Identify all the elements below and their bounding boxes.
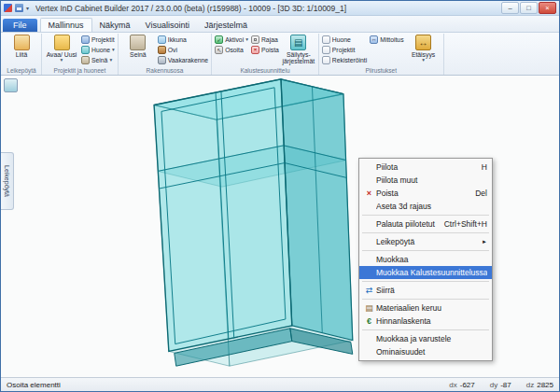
wall-icon xyxy=(81,56,90,64)
ribbon-button-avaa-uusi[interactable]: Avaa/ Uusi ▾ xyxy=(45,35,78,63)
tab-file[interactable]: File xyxy=(3,19,37,32)
drawing-icon xyxy=(322,35,330,44)
storage-icon xyxy=(290,35,306,50)
window-title: Vertex InD Cabinet Builder 2017 / 23.0.0… xyxy=(35,4,498,13)
slab-icon xyxy=(158,56,166,64)
wall-icon xyxy=(130,35,146,50)
ribbon-button-aktivoi[interactable]: Aktivoi ▾ xyxy=(215,35,248,44)
tab-nakyma[interactable]: Näkymä xyxy=(92,19,138,32)
menu-separator xyxy=(362,281,489,282)
titlebar: ▾ Vertex InD Cabinet Builder 2017 / 23.0… xyxy=(1,1,559,16)
door-icon xyxy=(158,46,166,54)
coordinate-dx: dx-627 xyxy=(449,381,474,389)
tab-mallinnus[interactable]: Mallinnus xyxy=(40,18,92,32)
window-icon xyxy=(158,35,166,44)
ribbon-group-projektit-ja-huoneet: Avaa/ Uusi ▾ Projektit Huone ▾ xyxy=(42,34,119,75)
materials-icon xyxy=(362,302,376,314)
dropdown-caret-icon: ▾ xyxy=(422,58,425,63)
ribbon-group-rakennusosa: Seinä Ikkuna Ovi Vaakarakenne xyxy=(119,34,212,75)
ribbon-button-huone[interactable]: Huone ▾ xyxy=(81,45,115,54)
menu-separator xyxy=(362,215,489,216)
ribbon-group-piirustukset: Huone Projektit Rekisteröinti Mittoitus xyxy=(319,34,444,75)
dropdown-caret-icon: ▾ xyxy=(112,48,115,52)
ribbon-button-ovi[interactable]: Ovi xyxy=(158,45,208,54)
ribbon-button-sailytysjarjestelmat[interactable]: Säilytys- järjestelmät xyxy=(282,35,315,64)
minimize-button[interactable]: – xyxy=(501,2,519,14)
ribbon-button-projektit[interactable]: Projektit xyxy=(81,35,115,44)
ribbon-button-vaakarakenne[interactable]: Vaakarakenne xyxy=(158,55,208,64)
ribbon-button-rajaa[interactable]: Rajaa xyxy=(251,35,279,44)
menubar: File Mallinnus Näkymä Visualisointi Järj… xyxy=(1,16,559,33)
projects-icon xyxy=(81,35,90,44)
blank-icon xyxy=(362,267,376,278)
blank-icon xyxy=(362,236,376,247)
blank-icon xyxy=(362,346,376,357)
drawing-icon xyxy=(322,56,330,64)
menu-item-hinnanlaskenta[interactable]: Hinnanlaskenta xyxy=(359,315,492,328)
ribbon-button-seina-pieni[interactable]: Seinä ▾ xyxy=(81,55,115,64)
ribbon-group-kalustesuunnittelu: Aktivoi ▾ Osoita Rajaa Poista xyxy=(212,34,319,75)
viewport-3d[interactable]: Leikepöytä xyxy=(1,76,559,377)
ribbon-button-rekisterointi[interactable]: Rekisteröinti xyxy=(322,55,367,64)
blank-icon xyxy=(362,254,376,265)
quick-access-dropdown-icon[interactable]: ▾ xyxy=(26,5,29,11)
ribbon-button-seina[interactable]: Seinä xyxy=(121,35,155,58)
menu-item-piilota[interactable]: Piilota H xyxy=(359,161,492,174)
menu-separator xyxy=(362,232,489,233)
menu-item-siirra[interactable]: Siirrä xyxy=(359,284,492,297)
tab-visualisointi[interactable]: Visualisointi xyxy=(138,19,197,32)
ribbon-button-etaisyys[interactable]: Etäisyys ▾ xyxy=(407,35,441,63)
close-button[interactable]: × xyxy=(539,2,556,14)
ribbon-button-huone-piirustus[interactable]: Huone xyxy=(322,35,367,44)
window-controls: – □ × xyxy=(501,2,556,14)
coordinate-dy: dy-87 xyxy=(490,381,511,389)
ribbon-button-projektit-piirustus[interactable]: Projektit xyxy=(322,45,367,54)
ribbon-button-liita[interactable]: Liitä xyxy=(5,35,38,58)
submenu-arrow-icon xyxy=(482,239,487,245)
status-bar: Osoita elementti dx-627 dy-87 dz2825 xyxy=(1,377,559,391)
open-new-icon xyxy=(54,35,70,50)
blank-icon xyxy=(362,161,376,173)
drawing-icon xyxy=(322,46,330,54)
dropdown-caret-icon: ▾ xyxy=(245,37,248,42)
status-prompt: Osoita elementti xyxy=(7,381,434,389)
ribbon-button-mittoitus[interactable]: Mittoitus xyxy=(370,35,403,44)
ribbon-button-osoita[interactable]: Osoita xyxy=(215,45,248,54)
menu-item-muokkaa[interactable]: Muokkaa xyxy=(359,253,492,266)
menu-item-muokkaa-ja-varustele[interactable]: Muokkaa ja varustele xyxy=(359,332,492,345)
menu-item-ominaisuudet[interactable]: Ominaisuudet xyxy=(359,345,492,358)
crop-icon xyxy=(251,35,259,44)
ribbon-group-leikepoyta: Liitä Leikepöytä xyxy=(2,34,42,75)
menu-item-leikepoyta[interactable]: Leikepöytä xyxy=(359,235,492,248)
delete-icon xyxy=(362,188,376,199)
context-menu: Piilota H Piilota muut Poista Del Aseta … xyxy=(358,158,493,361)
remove-icon xyxy=(251,46,259,54)
point-icon xyxy=(215,46,223,54)
activate-icon xyxy=(215,35,223,44)
ribbon-button-poista[interactable]: Poista xyxy=(251,45,279,54)
ribbon-button-ikkuna[interactable]: Ikkuna xyxy=(158,35,208,44)
blank-icon xyxy=(362,201,376,212)
save-icon[interactable] xyxy=(15,4,23,12)
distance-icon xyxy=(415,35,431,50)
app-icon[interactable] xyxy=(4,4,12,12)
maximize-button[interactable]: □ xyxy=(520,2,538,14)
coordinate-dz: dz2825 xyxy=(526,381,553,389)
app-window: ▾ Vertex InD Cabinet Builder 2017 / 23.0… xyxy=(0,0,560,392)
menu-item-palauta-piilotetut[interactable]: Palauta piilotetut Ctrl+Shift+H xyxy=(359,217,492,231)
dropdown-caret-icon: ▾ xyxy=(109,58,112,63)
tab-jarjestelma[interactable]: Järjestelmä xyxy=(197,19,255,32)
menu-item-poista[interactable]: Poista Del xyxy=(359,187,492,200)
menu-separator xyxy=(362,329,489,330)
blank-icon xyxy=(362,175,376,186)
paste-icon xyxy=(14,35,30,50)
menu-item-muokkaa-kalustesuunnittelussa[interactable]: Muokkaa Kalustesuunnittelussa xyxy=(359,266,492,279)
room-icon xyxy=(81,46,90,54)
menu-separator xyxy=(362,299,489,300)
blank-icon xyxy=(362,333,376,344)
dimension-icon xyxy=(370,35,378,44)
menu-item-materiaalien-keruu[interactable]: Materiaalien keruu xyxy=(359,301,492,315)
menu-item-aseta-3d-rajaus[interactable]: Aseta 3d rajaus xyxy=(359,200,492,213)
move-icon xyxy=(362,285,376,296)
menu-item-piilota-muut[interactable]: Piilota muut xyxy=(359,174,492,187)
